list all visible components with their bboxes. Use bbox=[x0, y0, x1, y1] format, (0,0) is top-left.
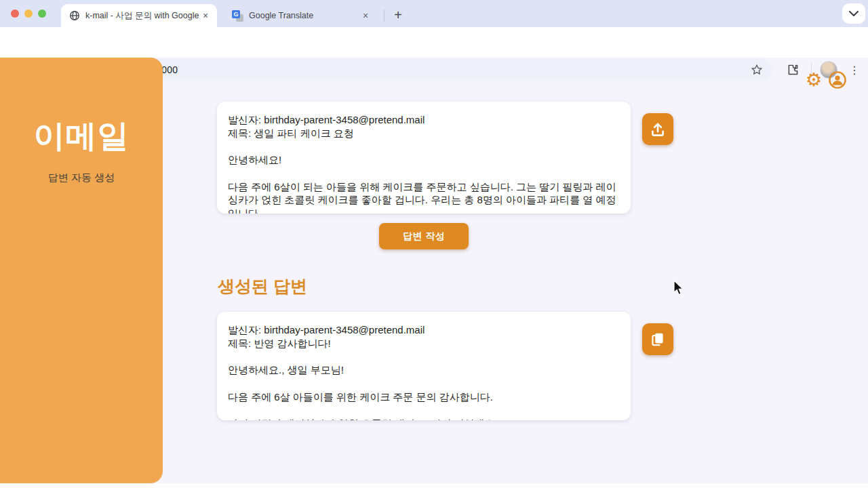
mouse-cursor bbox=[673, 280, 686, 299]
copy-icon bbox=[649, 331, 667, 348]
macos-minimize-button[interactable] bbox=[24, 9, 33, 18]
tab-search-chevron-button[interactable] bbox=[842, 3, 865, 24]
browser-tab-strip: k-mail - 사업 문의 with Google × G Google Tr… bbox=[0, 0, 868, 27]
new-tab-button[interactable]: + bbox=[389, 6, 407, 24]
compose-reply-button[interactable]: 답변 작성 bbox=[379, 223, 469, 249]
app-title: 이메일 bbox=[0, 115, 163, 157]
sidebar: 이메일 답변 자동 생성 bbox=[0, 58, 163, 483]
bottom-strip bbox=[0, 483, 868, 488]
generated-email-text: 발신자: birthday-parent-3458@pretend.mail 제… bbox=[228, 323, 620, 420]
extensions-puzzle-icon[interactable] bbox=[785, 61, 801, 77]
bookmark-star-icon[interactable] bbox=[750, 63, 764, 79]
incoming-email-text: 발신자: birthday-parent-3458@pretend.mail 제… bbox=[228, 113, 620, 214]
chevron-down-icon bbox=[849, 11, 859, 16]
tab-google-translate[interactable]: G Google Translate × bbox=[224, 4, 377, 27]
copy-button[interactable] bbox=[642, 323, 673, 355]
browser-toolbar: 127.0.0.1:5000 ⋮ bbox=[0, 27, 868, 58]
tab-kmail[interactable]: k-mail - 사업 문의 with Google × bbox=[61, 4, 217, 27]
tab-title: Google Translate bbox=[249, 11, 359, 20]
upload-button[interactable] bbox=[642, 113, 673, 145]
tab-close-icon[interactable]: × bbox=[199, 9, 212, 22]
tab-close-icon[interactable]: × bbox=[359, 9, 372, 22]
macos-zoom-button[interactable] bbox=[38, 9, 46, 18]
url-bar[interactable]: 127.0.0.1:5000 bbox=[84, 59, 773, 81]
tab-title: k-mail - 사업 문의 with Google bbox=[85, 10, 199, 22]
app-subtitle: 답변 자동 생성 bbox=[0, 171, 163, 184]
generated-reply-heading: 생성된 답변 bbox=[218, 275, 307, 298]
browser-menu-icon[interactable]: ⋮ bbox=[848, 61, 861, 79]
globe-favicon-icon bbox=[69, 10, 80, 21]
settings-gear-icon[interactable]: ⚙ bbox=[804, 70, 824, 90]
translate-favicon-icon: G bbox=[232, 10, 243, 22]
macos-close-button[interactable] bbox=[11, 9, 19, 18]
generated-email-card: 발신자: birthday-parent-3458@pretend.mail 제… bbox=[217, 312, 631, 420]
upload-icon bbox=[649, 121, 667, 138]
user-profile-icon[interactable] bbox=[828, 70, 847, 89]
tab-separator bbox=[384, 9, 384, 22]
incoming-email-card: 발신자: birthday-parent-3458@pretend.mail 제… bbox=[217, 102, 631, 214]
